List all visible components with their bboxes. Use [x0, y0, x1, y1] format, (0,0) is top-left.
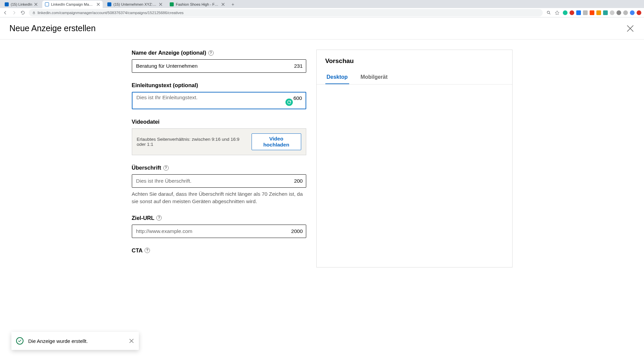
extension-icon[interactable]: [576, 10, 581, 15]
help-icon[interactable]: ?: [156, 215, 162, 221]
url-label: Ziel-URL: [132, 215, 155, 221]
extension-icon[interactable]: [563, 10, 568, 15]
extension-icon[interactable]: [583, 10, 588, 15]
char-counter: 600: [293, 95, 302, 101]
zoom-icon[interactable]: [546, 10, 551, 15]
extension-icon[interactable]: [637, 10, 641, 15]
svg-point-1: [547, 11, 549, 13]
char-counter: 200: [294, 178, 303, 184]
back-icon[interactable]: [3, 10, 8, 15]
tab-desktop[interactable]: Desktop: [325, 71, 349, 84]
tab-campaign-manager[interactable]: LinkedIn Campaign Manager: [42, 1, 103, 8]
tab-title: Fashion Shoes High - Free ph: [176, 2, 219, 6]
lock-icon: [32, 11, 36, 14]
headline-helper: Achten Sie darauf, dass Ihre Überschrift…: [132, 190, 306, 205]
browser-chrome: (15) LinkedIn LinkedIn Campaign Manager …: [0, 0, 644, 17]
close-icon[interactable]: [159, 3, 162, 6]
video-upload-button[interactable]: Video hochladen: [252, 133, 301, 150]
avatar-icon[interactable]: [630, 10, 635, 15]
tab-title: (15) LinkedIn: [11, 2, 32, 6]
field-intro-text: Einleitungstext (optional) 600: [132, 82, 306, 109]
field-video: Videodatei Erlaubtes Seitenverhältnis: z…: [132, 119, 306, 155]
tab-company-admin[interactable]: (15) Unternehmen XYZ: Admin: [105, 1, 165, 8]
extension-icon[interactable]: [616, 10, 621, 15]
svg-rect-0: [33, 12, 35, 14]
new-tab-button[interactable]: +: [229, 1, 236, 8]
reload-icon[interactable]: [20, 10, 25, 15]
ad-name-input[interactable]: [132, 59, 306, 73]
preview-panel: Vorschau Desktop Mobilgerät: [316, 50, 513, 267]
sheet-icon: [170, 2, 174, 6]
extension-icon[interactable]: [603, 10, 608, 15]
help-icon[interactable]: ?: [208, 50, 214, 56]
extension-strip: [563, 10, 641, 15]
headline-label: Überschrift: [132, 165, 161, 171]
field-headline: Überschrift ? 200 Achten Sie darauf, das…: [132, 165, 306, 205]
close-dialog-button[interactable]: [626, 24, 635, 33]
preview-body: [317, 84, 512, 267]
extension-icon[interactable]: [596, 10, 601, 15]
ad-name-label: Name der Anzeige (optional): [132, 50, 206, 56]
extension-icon[interactable]: [590, 10, 594, 15]
main-layout: Name der Anzeige (optional) ? 231 Einlei…: [0, 40, 644, 267]
bookmark-icon[interactable]: [555, 10, 559, 15]
field-ad-name: Name der Anzeige (optional) ? 231: [132, 50, 306, 73]
field-cta: CTA ?: [132, 247, 306, 254]
intro-input[interactable]: [132, 93, 306, 109]
tab-title: (15) Unternehmen XYZ: Admin: [113, 2, 157, 6]
close-icon[interactable]: [97, 3, 100, 6]
tab-mobile[interactable]: Mobilgerät: [359, 71, 389, 84]
address-bar[interactable]: linkedin.com/campaignmanager/account/508…: [29, 9, 543, 16]
video-label: Videodatei: [132, 119, 160, 125]
intro-label: Einleitungstext (optional): [132, 82, 198, 88]
grammarly-icon[interactable]: [285, 99, 293, 106]
page-header: Neue Anzeige erstellen: [0, 17, 644, 40]
char-counter: 2000: [291, 228, 303, 234]
campaign-icon: [45, 2, 49, 6]
help-icon[interactable]: ?: [163, 165, 169, 171]
extension-icon[interactable]: [623, 10, 628, 15]
url-text: linkedin.com/campaignmanager/account/508…: [38, 11, 183, 15]
extension-icon[interactable]: [610, 10, 614, 15]
tab-fashion-shoes[interactable]: Fashion Shoes High - Free ph: [167, 1, 227, 8]
cta-label: CTA: [132, 247, 143, 254]
video-hint: Erlaubtes Seitenverhältnis: zwischen 9:1…: [137, 137, 248, 147]
linkedin-icon: [107, 2, 111, 6]
help-icon[interactable]: ?: [145, 248, 150, 253]
form-column: Name der Anzeige (optional) ? 231 Einlei…: [132, 50, 306, 267]
close-icon[interactable]: [221, 3, 225, 6]
char-counter: 231: [294, 63, 303, 69]
url-input[interactable]: [132, 225, 306, 238]
page-title: Neue Anzeige erstellen: [9, 23, 96, 33]
preview-title: Vorschau: [325, 57, 503, 65]
close-icon[interactable]: [34, 3, 38, 6]
extension-icon[interactable]: [570, 10, 574, 15]
forward-icon[interactable]: [11, 10, 17, 15]
headline-input[interactable]: [132, 174, 306, 188]
field-target-url: Ziel-URL ? 2000: [132, 215, 306, 238]
address-bar-row: linkedin.com/campaignmanager/account/508…: [0, 8, 644, 17]
tab-title: LinkedIn Campaign Manager: [51, 2, 95, 6]
tab-linkedin[interactable]: (15) LinkedIn: [2, 1, 40, 8]
linkedin-icon: [5, 2, 9, 6]
preview-tabs: Desktop Mobilgerät: [317, 71, 512, 84]
tab-strip: (15) LinkedIn LinkedIn Campaign Manager …: [0, 0, 644, 8]
preview-column: Vorschau Desktop Mobilgerät: [316, 50, 513, 267]
